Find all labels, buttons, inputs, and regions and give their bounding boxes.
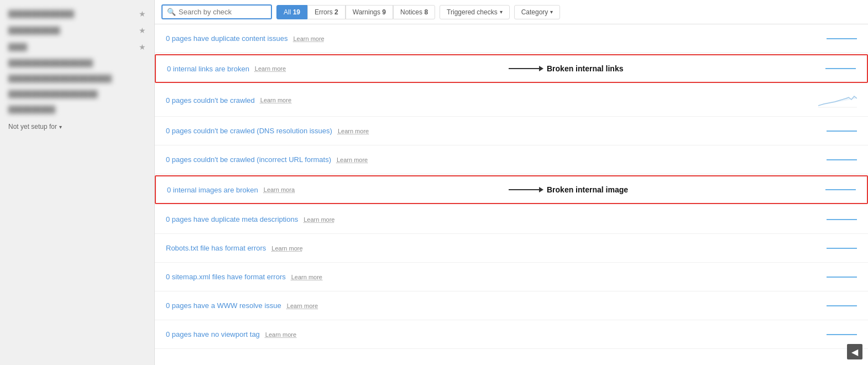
star-icon[interactable]: ★ xyxy=(139,43,146,51)
check-row-internal-links-broken[interactable]: 0 internal links are broken Learn more xyxy=(155,54,868,83)
learn-more-internal-links-broken[interactable]: Learn more xyxy=(255,65,286,72)
filter-count: 2 xyxy=(334,8,338,16)
trend-line xyxy=(827,334,857,335)
sidebar-item-6[interactable]: ██████████ xyxy=(0,102,154,117)
check-row-wrapper-duplicate-meta: 0 pages have duplicate meta descriptions… xyxy=(155,205,868,234)
sidebar-item-label: ██████████████████████ xyxy=(8,75,146,82)
check-text-area: 0 internal links are broken Learn more xyxy=(167,65,812,73)
learn-more-internal-images-broken[interactable]: Learn mora xyxy=(264,186,295,193)
learn-more-pages-url-format[interactable]: Learn more xyxy=(337,157,368,163)
sidebar-item-label: ██████████ xyxy=(8,106,146,113)
chart-placeholder xyxy=(813,248,857,249)
chevron-down-icon: ▾ xyxy=(500,9,503,15)
check-row-wrapper-duplicate-content: 0 pages have duplicate content issues Le… xyxy=(155,24,868,53)
check-text-area: Robots.txt file has format errors Learn … xyxy=(166,244,813,252)
check-row-pages-url-format[interactable]: 0 pages couldn't be crawled (incorrect U… xyxy=(155,145,868,174)
triggered-checks-dropdown[interactable]: Triggered checks ▾ xyxy=(440,5,510,19)
chart-placeholder xyxy=(813,38,857,39)
check-row-wrapper-robots-txt: Robots.txt file has format errors Learn … xyxy=(155,234,868,263)
sidebar-item-0[interactable]: ██████████████ ★ xyxy=(0,6,154,22)
filter-buttons: All 19Errors 2Warnings 9Notices 8 xyxy=(276,5,435,19)
sidebar-item-1[interactable]: ███████████ ★ xyxy=(0,22,154,39)
check-text-area: 0 internal images are broken Learn mora xyxy=(167,186,812,194)
sidebar: ██████████████ ★ ███████████ ★ ████ ★ ██… xyxy=(0,0,155,365)
check-row-www-resolve[interactable]: 0 pages have a WWW resolve issue Learn m… xyxy=(155,291,868,320)
filter-label: Warnings xyxy=(353,8,380,16)
sidebar-item-2[interactable]: ████ ★ xyxy=(0,39,154,55)
check-row-viewport-tag[interactable]: 0 pages have no viewport tag Learn more xyxy=(155,320,868,349)
check-row-internal-images-broken[interactable]: 0 internal images are broken Learn mora xyxy=(155,175,868,204)
filter-count: 9 xyxy=(382,8,386,16)
filter-btn-all[interactable]: All 19 xyxy=(276,5,307,19)
search-box[interactable]: 🔍 xyxy=(161,4,272,19)
check-label-viewport-tag[interactable]: 0 pages have no viewport tag xyxy=(166,330,260,338)
feedback-icon[interactable]: ◀ xyxy=(847,344,862,359)
chart-placeholder xyxy=(813,219,857,220)
learn-more-sitemap-format[interactable]: Learn more xyxy=(291,274,322,280)
learn-more-viewport-tag[interactable]: Learn more xyxy=(265,331,296,338)
search-icon: 🔍 xyxy=(167,8,176,16)
sidebar-item-5[interactable]: ███████████████████ xyxy=(0,86,154,102)
trend-line xyxy=(827,219,857,220)
learn-more-pages-dns-issues[interactable]: Learn more xyxy=(338,128,369,134)
learn-more-pages-not-crawled[interactable]: Learn more xyxy=(260,97,291,103)
sidebar-item-label: ██████████████████ xyxy=(8,59,146,67)
check-row-pages-not-crawled[interactable]: 0 pages couldn't be crawled Learn more xyxy=(155,84,868,117)
trend-line xyxy=(827,277,857,278)
check-label-www-resolve[interactable]: 0 pages have a WWW resolve issue xyxy=(166,301,281,310)
filter-count: 19 xyxy=(293,8,300,16)
trend-line xyxy=(827,248,857,249)
chart-placeholder xyxy=(813,305,857,306)
learn-more-robots-txt[interactable]: Learn more xyxy=(271,245,302,252)
check-label-pages-not-crawled[interactable]: 0 pages couldn't be crawled xyxy=(166,96,255,105)
sidebar-item-3[interactable]: ██████████████████ xyxy=(0,55,154,71)
chart-placeholder xyxy=(813,131,857,132)
trend-line xyxy=(827,38,857,39)
setup-label: Not yet setup for xyxy=(8,123,57,131)
trend-line xyxy=(827,305,857,306)
chart-placeholder xyxy=(813,277,857,278)
check-label-robots-txt[interactable]: Robots.txt file has format errors xyxy=(166,244,266,252)
check-row-wrapper-www-resolve: 0 pages have a WWW resolve issue Learn m… xyxy=(155,291,868,320)
category-dropdown[interactable]: Category ▾ xyxy=(514,5,561,19)
filter-btn-errors[interactable]: Errors 2 xyxy=(307,5,346,19)
filter-btn-warnings[interactable]: Warnings 9 xyxy=(346,5,393,19)
filter-btn-notices[interactable]: Notices 8 xyxy=(393,5,435,19)
trend-line xyxy=(827,131,857,132)
check-label-pages-url-format[interactable]: 0 pages couldn't be crawled (incorrect U… xyxy=(166,155,331,164)
chart-placeholder xyxy=(812,189,856,190)
check-label-duplicate-meta[interactable]: 0 pages have duplicate meta descriptions xyxy=(166,215,298,223)
check-row-wrapper-pages-dns-issues: 0 pages couldn't be crawled (DNS resolut… xyxy=(155,117,868,145)
main-content: 🔍 All 19Errors 2Warnings 9Notices 8 Trig… xyxy=(155,0,868,365)
sidebar-item-4[interactable]: ██████████████████████ xyxy=(0,71,154,86)
check-text-area: 0 pages have duplicate content issues Le… xyxy=(166,34,813,43)
check-row-pages-dns-issues[interactable]: 0 pages couldn't be crawled (DNS resolut… xyxy=(155,117,868,145)
star-icon[interactable]: ★ xyxy=(139,9,146,18)
sidebar-item-label: ██████████████ xyxy=(8,10,139,18)
star-icon[interactable]: ★ xyxy=(139,26,146,35)
filter-label: Notices xyxy=(400,8,422,16)
check-text-area: 0 pages have a WWW resolve issue Learn m… xyxy=(166,301,813,310)
sidebar-setup[interactable]: Not yet setup for▾ xyxy=(0,117,154,136)
check-row-duplicate-meta[interactable]: 0 pages have duplicate meta descriptions… xyxy=(155,205,868,234)
check-row-robots-txt[interactable]: Robots.txt file has format errors Learn … xyxy=(155,234,868,263)
sidebar-item-label: ███████████████████ xyxy=(8,90,146,98)
check-label-duplicate-content[interactable]: 0 pages have duplicate content issues xyxy=(166,34,287,43)
learn-more-duplicate-content[interactable]: Learn more xyxy=(293,35,324,42)
learn-more-www-resolve[interactable]: Learn more xyxy=(287,303,318,309)
check-label-internal-images-broken[interactable]: 0 internal images are broken xyxy=(167,186,258,194)
chart-placeholder xyxy=(813,334,857,335)
check-text-area: 0 sitemap.xml files have format errors L… xyxy=(166,273,813,281)
learn-more-duplicate-meta[interactable]: Learn more xyxy=(304,216,334,223)
check-label-sitemap-format[interactable]: 0 sitemap.xml files have format errors xyxy=(166,273,286,281)
check-row-wrapper-pages-not-crawled: 0 pages couldn't be crawled Learn more xyxy=(155,84,868,117)
checks-list: 0 pages have duplicate content issues Le… xyxy=(155,24,868,365)
check-label-internal-links-broken[interactable]: 0 internal links are broken xyxy=(167,65,249,73)
chart-placeholder xyxy=(812,68,856,69)
check-text-area: 0 pages have no viewport tag Learn more xyxy=(166,330,813,338)
check-row-duplicate-content[interactable]: 0 pages have duplicate content issues Le… xyxy=(155,24,868,53)
check-row-sitemap-format[interactable]: 0 sitemap.xml files have format errors L… xyxy=(155,263,868,291)
check-label-pages-dns-issues[interactable]: 0 pages couldn't be crawled (DNS resolut… xyxy=(166,127,332,135)
check-text-area: 0 pages have duplicate meta descriptions… xyxy=(166,215,813,223)
search-input[interactable] xyxy=(179,8,266,16)
